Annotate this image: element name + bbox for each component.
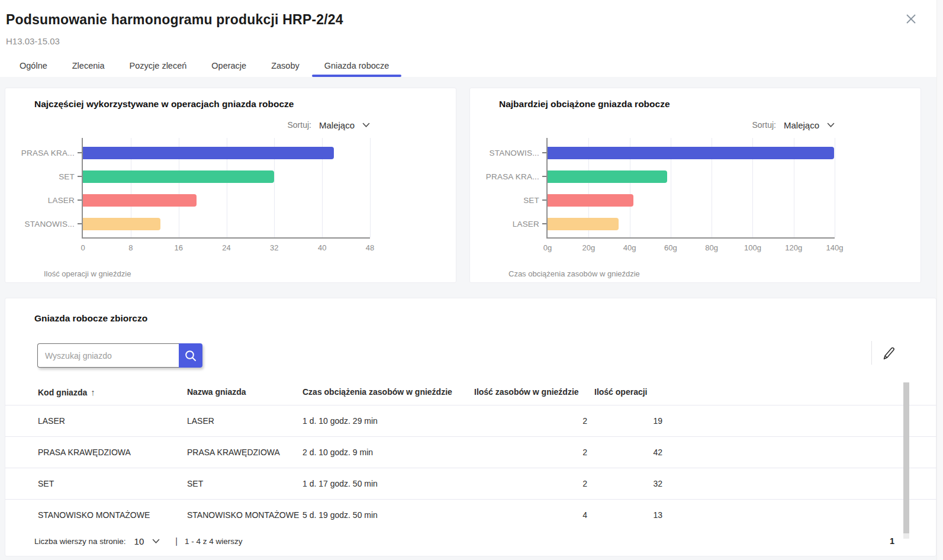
chart-card-most-loaded: Najbardziej obciążone gniazda robocze So… bbox=[469, 88, 921, 283]
column-header-czas-obciazenia-zasobow-w-gniezdzie[interactable]: Czas obciążenia zasobów w gnieździe bbox=[302, 379, 469, 405]
y-tick-mark bbox=[78, 199, 82, 201]
bar-row bbox=[548, 165, 835, 188]
chevron-down-icon bbox=[152, 539, 160, 544]
y-axis-tick-label: STANOWIS... bbox=[490, 149, 539, 157]
table-cell: 13 bbox=[590, 500, 665, 531]
bar-chart-load: STANOWIS...PRASA KRA...SETLASER 0g20g40g… bbox=[470, 138, 921, 239]
content-area: Najczęściej wykorzystywane w operacjach … bbox=[0, 77, 943, 556]
search-group bbox=[37, 343, 202, 368]
table-cell-filler bbox=[665, 468, 943, 500]
pagination-controls: Liczba wierszy na stronie: 10 | 1 - 4 z … bbox=[34, 536, 242, 546]
column-header-nazwa-gniazda[interactable]: Nazwa gniazda bbox=[187, 379, 302, 405]
tab-zlecenia[interactable]: Zlecenia bbox=[60, 56, 117, 77]
table-toolbar bbox=[871, 341, 897, 365]
gridline bbox=[370, 138, 371, 237]
tab-operacje[interactable]: Operacje bbox=[199, 56, 259, 77]
table-cell: 2 bbox=[469, 405, 590, 437]
x-axis-tick-label: 48 bbox=[366, 243, 374, 252]
chart-card-most-used: Najczęściej wykorzystywane w operacjach … bbox=[5, 88, 456, 283]
y-axis-tick-label: LASER bbox=[48, 196, 75, 205]
x-axis-tick-label: 0 bbox=[81, 243, 85, 252]
column-header-ilosc-operacji[interactable]: Ilość operacji bbox=[590, 379, 665, 405]
x-axis-tick-label: 8 bbox=[128, 243, 133, 252]
workcenters-summary-card: Gniazda robocze zbiorczo Kod gniazda↑Naz… bbox=[5, 298, 936, 556]
column-header-ilosc-zasobow-w-gniezdzie[interactable]: Ilość zasobów w gnieździe bbox=[469, 379, 590, 405]
table-scrollbar-thumb[interactable] bbox=[903, 382, 909, 533]
table-scrollbar-track[interactable] bbox=[903, 533, 909, 539]
search-icon bbox=[184, 349, 197, 362]
y-tick-mark bbox=[78, 152, 82, 153]
plot-area: 081624324048 bbox=[82, 138, 370, 239]
x-axis-tick-label: 120g bbox=[785, 243, 802, 252]
tab-gniazda-robocze[interactable]: Gniazda robocze bbox=[312, 56, 402, 77]
x-axis-tick-label: 0g bbox=[543, 243, 552, 252]
table-footer: Liczba wierszy na stronie: 10 | 1 - 4 z … bbox=[34, 532, 894, 551]
tab-zasoby[interactable]: Zasoby bbox=[259, 56, 312, 77]
column-header-kod-gniazda[interactable]: Kod gniazda↑ bbox=[5, 379, 187, 405]
y-axis: PRASA KRA...SETLASERSTANOWIS... bbox=[5, 138, 82, 239]
y-tick-mark bbox=[542, 199, 546, 201]
table-cell-filler bbox=[665, 437, 943, 468]
close-button[interactable] bbox=[903, 11, 919, 27]
y-tick-mark bbox=[78, 176, 82, 177]
bar-prasa-kra bbox=[548, 170, 667, 183]
sort-dropdown[interactable]: Sortuj: Malejąco bbox=[5, 119, 370, 131]
table-row[interactable]: PRASA KRAWĘDZIOWAPRASA KRAWĘDZIOWA2 d. 1… bbox=[5, 437, 943, 468]
dialog-header: Podsumowanie harmonogramu produkcji HRP-… bbox=[0, 0, 943, 77]
bar-chart-operations: PRASA KRA...SETLASERSTANOWIS... 08162432… bbox=[5, 138, 456, 239]
y-axis-tick-label: LASER bbox=[513, 220, 539, 228]
table-row[interactable]: LASERLASER1 d. 10 godz. 29 min219 bbox=[5, 405, 943, 437]
table-cell: 19 bbox=[590, 405, 665, 437]
table-cell: 4 bbox=[469, 500, 590, 531]
chevron-down-icon bbox=[362, 123, 370, 128]
y-axis-tick: SET bbox=[470, 188, 546, 212]
y-axis-tick: PRASA KRA... bbox=[5, 141, 82, 165]
rows-per-page-select[interactable]: 10 bbox=[134, 536, 160, 546]
y-axis-tick: SET bbox=[5, 165, 82, 188]
bar-row bbox=[83, 212, 370, 236]
sort-value: Malejąco bbox=[784, 120, 819, 130]
tab-pozycje-zlecen[interactable]: Pozycje zleceń bbox=[117, 56, 199, 77]
edit-button[interactable] bbox=[879, 344, 897, 362]
tabs: OgólneZleceniaPozycje zleceńOperacjeZaso… bbox=[7, 56, 943, 77]
table-cell: LASER bbox=[187, 405, 302, 437]
search-button[interactable] bbox=[179, 343, 202, 368]
tab-ogolne[interactable]: Ogólne bbox=[7, 56, 60, 77]
table-body: LASERLASER1 d. 10 godz. 29 min219PRASA K… bbox=[5, 405, 943, 531]
bar-row bbox=[83, 165, 370, 188]
close-icon bbox=[905, 12, 918, 25]
y-axis-tick: STANOWIS... bbox=[470, 141, 546, 165]
y-axis-tick-label: PRASA KRA... bbox=[21, 149, 75, 157]
bar-row bbox=[548, 188, 835, 212]
bar-laser bbox=[83, 194, 197, 207]
rows-per-page-value: 10 bbox=[134, 536, 144, 546]
search-row bbox=[37, 343, 936, 368]
table-row[interactable]: STANOWISKO MONTAŻOWESTANOWISKO MONTAŻOWE… bbox=[5, 500, 943, 531]
table-cell-filler bbox=[665, 500, 943, 531]
chevron-down-icon bbox=[827, 123, 835, 128]
plot-area: 0g20g40g60g80g100g120g140g bbox=[546, 138, 835, 239]
bar-row bbox=[548, 212, 835, 236]
bar-row bbox=[83, 141, 370, 165]
x-axis-tick-label: 80g bbox=[705, 243, 718, 252]
bar-row bbox=[83, 188, 370, 212]
bar-prasa-kra bbox=[83, 147, 334, 159]
x-axis-label: Czas obciążenia zasobów w gnieździe bbox=[508, 269, 921, 278]
search-input[interactable] bbox=[37, 343, 179, 368]
y-axis-tick: STANOWIS... bbox=[5, 212, 82, 236]
y-axis-tick-label: STANOWIS... bbox=[25, 220, 75, 228]
y-tick-mark bbox=[542, 176, 546, 177]
table-cell: 1 d. 10 godz. 29 min bbox=[302, 405, 469, 437]
dialog-production-schedule-summary: Podsumowanie harmonogramu produkcji HRP-… bbox=[0, 0, 943, 560]
page-scrollbar-track[interactable] bbox=[936, 0, 943, 560]
page-number[interactable]: 1 bbox=[890, 536, 894, 546]
charts-row: Najczęściej wykorzystywane w operacjach … bbox=[5, 88, 921, 283]
table-row[interactable]: SETSET1 d. 17 godz. 50 min232 bbox=[5, 468, 943, 500]
table-cell: PRASA KRAWĘDZIOWA bbox=[187, 437, 302, 468]
table-cell: 2 bbox=[469, 437, 590, 468]
table-cell: SET bbox=[187, 468, 302, 500]
bar-stanowis bbox=[548, 147, 834, 159]
sort-dropdown[interactable]: Sortuj: Malejąco bbox=[470, 119, 835, 131]
x-axis-tick-label: 140g bbox=[826, 243, 844, 252]
table-cell: PRASA KRAWĘDZIOWA bbox=[5, 437, 187, 468]
